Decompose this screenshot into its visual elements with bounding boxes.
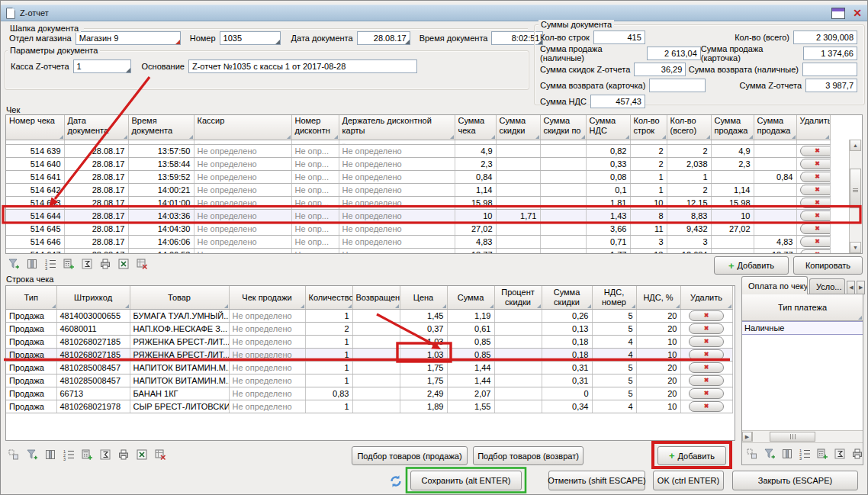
table-cell[interactable]: 14:04:30: [128, 223, 194, 236]
table-cell[interactable]: Не определено: [194, 236, 291, 249]
table-cell[interactable]: [754, 197, 796, 210]
filter-icon[interactable]: [762, 447, 777, 461]
table-cell[interactable]: 514 644: [6, 210, 64, 223]
column-header[interactable]: Удалить: [680, 286, 732, 310]
table-cell[interactable]: 1,81: [586, 197, 630, 210]
table-cell[interactable]: 0,31: [542, 362, 592, 374]
table-cell[interactable]: 18,77: [754, 249, 796, 255]
table-cell[interactable]: Продажа: [6, 374, 56, 387]
column-header[interactable]: Дата документа: [64, 115, 128, 140]
sum-icon[interactable]: [79, 257, 95, 271]
table-cell[interactable]: Не определено: [194, 158, 291, 171]
table-cell[interactable]: 8,83: [667, 210, 711, 223]
delete-row-button[interactable]: ✖: [800, 172, 831, 182]
table-cell[interactable]: 4,83: [455, 236, 496, 249]
table-cell[interactable]: 1,55: [447, 400, 494, 413]
close-button[interactable]: Закрыть (ESCAPE): [732, 471, 858, 490]
column-header[interactable]: Сумма скидки по: [540, 115, 586, 140]
table-cell[interactable]: Не опр...: [291, 210, 339, 223]
table-cell[interactable]: 4: [592, 349, 636, 362]
table-cell[interactable]: 0,84: [455, 171, 496, 184]
table-cell[interactable]: 3: [630, 236, 667, 249]
table-cell[interactable]: 1: [667, 171, 711, 184]
table-cell[interactable]: 1: [305, 374, 352, 387]
table-cell[interactable]: 0,13: [542, 323, 592, 336]
delete-row-button[interactable]: ✖: [689, 375, 724, 386]
table-cell[interactable]: 514 642: [6, 184, 64, 197]
table-cell[interactable]: Продажа: [6, 400, 56, 413]
table-cell[interactable]: 20: [636, 310, 680, 323]
table-cell[interactable]: Не определено: [229, 310, 305, 323]
table-cell[interactable]: [496, 171, 540, 184]
table-cell[interactable]: 514 641: [6, 171, 64, 184]
store-dept-input[interactable]: Магазин 9: [76, 31, 181, 45]
table-cell[interactable]: Не опр...: [291, 197, 339, 210]
table-cell[interactable]: Продажа: [6, 323, 56, 336]
table-row[interactable]: Продажа4810268027185РЯЖЕНКА БРЕСТ-ЛИТ...…: [6, 349, 732, 362]
table-row[interactable]: Продажа4810268027185РЯЖЕНКА БРЕСТ-ЛИТ...…: [6, 336, 732, 349]
calculator-add-icon[interactable]: [61, 257, 76, 271]
table-cell[interactable]: 14:06:53: [128, 249, 194, 255]
table-cell[interactable]: 1,43: [586, 210, 630, 223]
print-icon[interactable]: [850, 447, 863, 461]
refresh-button[interactable]: [386, 471, 406, 491]
table-cell[interactable]: НАПИТОК ВИТАМИН.М...: [130, 362, 229, 374]
table-cell[interactable]: [494, 362, 542, 374]
delete-row-button[interactable]: ✖: [800, 249, 831, 254]
table-cell[interactable]: 66713: [56, 387, 130, 400]
table-cell[interactable]: [540, 145, 586, 158]
select-cells-icon[interactable]: [6, 448, 21, 461]
sum-field-value[interactable]: [649, 79, 706, 92]
table-cell[interactable]: 4,83: [754, 236, 796, 249]
table-row[interactable]: 514 63928.08.1713:57:50Не определеноНе о…: [6, 145, 830, 158]
table-cell[interactable]: 4814003000655: [56, 310, 130, 323]
delete-row-button[interactable]: ✖: [800, 236, 831, 247]
table-cell[interactable]: [711, 236, 754, 249]
tab-scroll-left-icon[interactable]: ◀: [847, 281, 855, 294]
copy-check-button[interactable]: Копировать: [793, 256, 863, 275]
column-header[interactable]: Количество: [305, 286, 352, 310]
table-cell[interactable]: [496, 236, 540, 249]
table-cell[interactable]: 1: [630, 171, 667, 184]
table-cell[interactable]: 28.08.17: [64, 145, 128, 158]
ok-button[interactable]: OK (ctrl ENTER): [653, 471, 724, 490]
table-cell[interactable]: 10: [636, 400, 680, 413]
table-cell[interactable]: 2,3: [455, 158, 496, 171]
table-row[interactable]: 514 64628.08.1714:06:06Не определеноНе о…: [6, 236, 830, 249]
print-icon[interactable]: [98, 257, 113, 271]
cancel-button[interactable]: Отменить (shift ESCAPE): [548, 471, 645, 490]
table-cell[interactable]: 0,33: [586, 158, 630, 171]
table-row[interactable]: 514 64028.08.1713:58:44Не определеноНе о…: [6, 158, 830, 171]
sum-field-value[interactable]: 2 309,008: [793, 31, 857, 44]
table-cell[interactable]: Не определено: [194, 171, 291, 184]
table-cell[interactable]: 4: [592, 336, 636, 349]
hscrollbar-thumb[interactable]: [770, 432, 815, 442]
table-cell[interactable]: [352, 362, 400, 374]
table-cell[interactable]: 1: [305, 400, 352, 413]
table-cell[interactable]: 4810268027185: [56, 349, 130, 362]
doc-date-input[interactable]: 28.08.17: [357, 31, 410, 45]
table-cell[interactable]: Не определено: [194, 223, 291, 236]
delete-row-button[interactable]: ✖: [689, 401, 724, 412]
table-cell[interactable]: 12,15: [667, 197, 711, 210]
delete-row-button[interactable]: ✖: [800, 185, 831, 195]
delete-row-button[interactable]: ✖: [689, 388, 724, 399]
table-cell[interactable]: РЯЖЕНКА БРЕСТ-ЛИТ...: [130, 349, 229, 362]
table-cell[interactable]: [496, 223, 540, 236]
table-cell[interactable]: [496, 158, 540, 171]
payment-hscrollbar[interactable]: ◀ ▶: [742, 430, 863, 443]
table-cell[interactable]: Продажа: [6, 349, 56, 362]
table-cell[interactable]: 514 639: [6, 145, 64, 158]
table-row[interactable]: 514 64428.08.1714:03:36Не определеноНе о…: [6, 210, 830, 223]
table-row[interactable]: Продажа4810285008457НАПИТОК ВИТАМИН.М...…: [6, 374, 732, 387]
column-header[interactable]: Кол-во строк: [630, 115, 667, 140]
columns-icon[interactable]: [43, 448, 58, 461]
table-cell[interactable]: [496, 249, 540, 255]
table-cell[interactable]: 28.08.17: [64, 210, 128, 223]
row-numbers-icon[interactable]: 123: [797, 447, 812, 461]
table-cell[interactable]: Продажа: [6, 336, 56, 349]
columns-icon[interactable]: [780, 447, 795, 461]
table-cell[interactable]: Не определено: [339, 145, 455, 158]
table-cell[interactable]: 13:59:52: [128, 171, 194, 184]
table-cell[interactable]: 12,684: [667, 249, 711, 255]
